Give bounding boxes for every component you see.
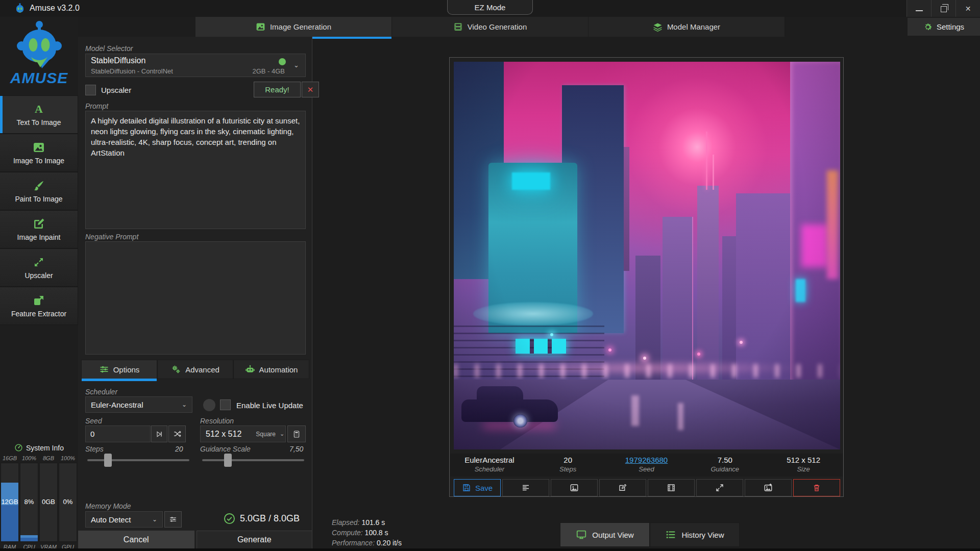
steps-value: 20 xyxy=(175,445,183,453)
gears-icon xyxy=(171,364,181,374)
minimize-button[interactable] xyxy=(906,0,931,17)
system-info-panel: System Info 16GB 100% 8GB 100% 12GB 8% 0… xyxy=(0,443,78,550)
ram-meter-value: 12GB xyxy=(1,498,18,506)
sidebar-item-feature-extractor[interactable]: Feature Extractor xyxy=(0,287,78,325)
seed-link[interactable]: 1979263680 xyxy=(607,456,686,464)
extract-icon xyxy=(33,294,45,307)
close-button[interactable]: ✕ xyxy=(955,0,980,17)
restore-button[interactable] xyxy=(931,0,955,17)
model-selector-dropdown[interactable]: StableDiffusion StableDiffusion - Contro… xyxy=(85,54,306,77)
memory-settings-button[interactable] xyxy=(164,511,182,528)
upscale-button[interactable] xyxy=(696,479,743,496)
details-button[interactable] xyxy=(502,479,549,496)
generated-image[interactable] xyxy=(454,62,840,449)
meta-label: Seed xyxy=(607,465,686,473)
film-icon xyxy=(667,483,676,492)
settings-button[interactable]: Settings xyxy=(908,18,980,36)
model-selector-label: Model Selector xyxy=(85,44,133,53)
scheduler-dropdown[interactable]: Euler-Ancestral ⌄ xyxy=(85,396,192,413)
sidebar-item-text-to-image[interactable]: A Text To Image xyxy=(0,95,78,134)
upscaler-label: Upscaler xyxy=(101,86,131,94)
resolution-calculator-button[interactable] xyxy=(287,425,306,442)
sidebar-item-image-inpaint[interactable]: Image Inpaint xyxy=(0,210,78,248)
meta-value: 512 x 512 xyxy=(764,456,843,464)
tab-model-manager[interactable]: Model Manager xyxy=(589,17,785,37)
performance-label: Performance: xyxy=(332,539,375,547)
prompt-label: Prompt xyxy=(85,102,108,110)
export-image-button[interactable] xyxy=(745,479,792,496)
sidebar-item-label: Image Inpaint xyxy=(17,233,61,241)
image-icon xyxy=(570,483,579,492)
upscaler-row: Upscaler Ready! ✕ xyxy=(85,82,306,98)
guidance-slider[interactable] xyxy=(202,459,304,461)
output-view-button[interactable]: Output View xyxy=(560,522,650,547)
prompt-input[interactable]: A highly detailed digital illustration o… xyxy=(85,111,306,229)
save-button[interactable]: Save xyxy=(454,479,501,496)
scheduler-value: Euler-Ancestral xyxy=(91,400,143,409)
sidebar-item-paint-to-image[interactable]: Paint To Image xyxy=(0,172,78,210)
sidebar-item-upscaler[interactable]: Upscaler xyxy=(0,248,78,287)
ez-mode-button[interactable]: EZ Mode xyxy=(447,0,533,15)
model-size: 2GB - 4GB xyxy=(252,67,285,75)
send-to-inpaint-button[interactable] xyxy=(599,479,646,496)
compute-value: 100.8 s xyxy=(365,529,388,537)
steps-slider-thumb[interactable] xyxy=(104,454,112,467)
options-subtabs: Options Advanced Automation xyxy=(81,360,309,379)
sidebar-item-image-to-image[interactable]: Image To Image xyxy=(0,134,78,172)
memory-mode-label: Memory Mode xyxy=(85,502,131,510)
guidance-slider-thumb[interactable] xyxy=(224,454,232,467)
model-subtitle: StableDiffusion - ControlNet xyxy=(91,67,173,75)
save-label: Save xyxy=(475,484,493,492)
delete-button[interactable] xyxy=(793,479,840,496)
sidebar-item-label: Upscaler xyxy=(24,271,53,280)
meter-max-labels: 16GB 100% 8GB 100% xyxy=(0,455,78,461)
trash-icon xyxy=(812,483,821,492)
steps-slider[interactable] xyxy=(87,459,189,461)
resolution-mode: Square xyxy=(256,431,276,438)
window-controls: ✕ xyxy=(906,0,980,17)
subtab-automation[interactable]: Automation xyxy=(233,360,309,379)
upscaler-checkbox[interactable] xyxy=(85,85,96,95)
footer-strip xyxy=(0,548,980,551)
tab-video-generation[interactable]: Video Generation xyxy=(392,17,589,37)
memory-mode-dropdown[interactable]: Auto Detect ⌄ xyxy=(85,511,163,528)
list-icon xyxy=(665,529,676,540)
resolution-dropdown[interactable]: 512 x 512 Square ⌄ xyxy=(200,425,286,442)
tab-image-generation[interactable]: Image Generation xyxy=(195,17,392,37)
app-identity: Amuse v3.2.0 xyxy=(14,3,80,14)
subtab-advanced[interactable]: Advanced xyxy=(157,360,233,379)
seed-step-button[interactable] xyxy=(151,425,167,442)
meta-value: 20 xyxy=(529,456,607,464)
cpu-meter: 8% xyxy=(20,463,38,542)
meta-label: Scheduler xyxy=(450,465,529,473)
chevron-down-icon: ⌄ xyxy=(280,431,284,437)
live-update-checkbox[interactable] xyxy=(220,399,231,410)
send-to-image-button[interactable] xyxy=(551,479,598,496)
image-icon xyxy=(33,141,45,154)
sidebar-nav: A Text To Image Image To Image Paint To … xyxy=(0,95,78,325)
chevron-down-icon: ⌄ xyxy=(293,61,299,69)
image-icon xyxy=(256,22,265,32)
image-metadata-row: EulerAncestral Scheduler 20 Steps 197926… xyxy=(450,454,843,477)
edit-icon xyxy=(618,483,627,492)
generate-button[interactable]: Generate xyxy=(197,531,313,549)
negative-prompt-input[interactable] xyxy=(85,241,306,355)
vram-meter-value: 0GB xyxy=(40,498,57,506)
gear-icon xyxy=(923,22,933,32)
cpu-meter-value: 8% xyxy=(20,498,38,506)
cancel-model-button[interactable]: ✕ xyxy=(302,82,319,97)
meta-seed: 1979263680 Seed xyxy=(607,454,686,477)
cancel-button[interactable]: Cancel xyxy=(78,531,194,549)
ready-status-button[interactable]: Ready! xyxy=(254,82,301,97)
send-to-video-button[interactable] xyxy=(648,479,695,496)
image-action-buttons: Save xyxy=(454,479,840,496)
system-info-title: System Info xyxy=(26,444,64,452)
live-update-toggle[interactable] xyxy=(203,399,215,411)
history-view-button[interactable]: History View xyxy=(650,522,740,547)
seed-random-button[interactable] xyxy=(168,425,186,442)
ram-max-label: 16GB xyxy=(0,455,19,461)
memory-mode-value: Auto Detect xyxy=(91,515,131,524)
subtab-options[interactable]: Options xyxy=(81,360,157,379)
seed-input[interactable] xyxy=(85,425,151,442)
memory-usage: 5.0GB / 8.0GB xyxy=(224,513,300,524)
